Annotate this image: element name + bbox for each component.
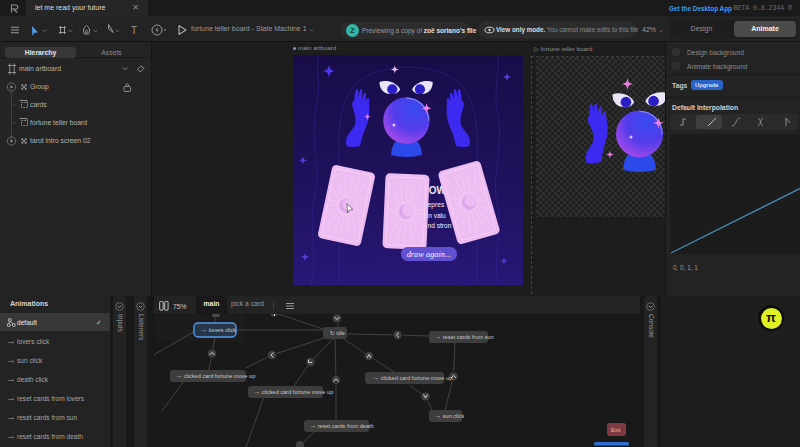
svg-text:Exit: Exit bbox=[611, 427, 621, 433]
svg-text:→ reset cards from sun: → reset cards from sun bbox=[434, 332, 494, 341]
svg-text:→ lovers click: → lovers click bbox=[200, 325, 236, 334]
svg-text:→ reset cards from death: → reset cards from death bbox=[309, 421, 374, 430]
svg-text:T: T bbox=[131, 25, 137, 36]
svg-text:→ clicked card fortune move up: → clicked card fortune move up bbox=[175, 371, 255, 380]
svg-text:→ clicked card fortune move up: → clicked card fortune move up bbox=[372, 373, 452, 382]
svg-text:→ sun click: → sun click bbox=[434, 411, 464, 420]
svg-text:→ clicked card fortune move up: → clicked card fortune move up bbox=[253, 387, 333, 396]
svg-text:↻ idle: ↻ idle bbox=[330, 330, 345, 336]
